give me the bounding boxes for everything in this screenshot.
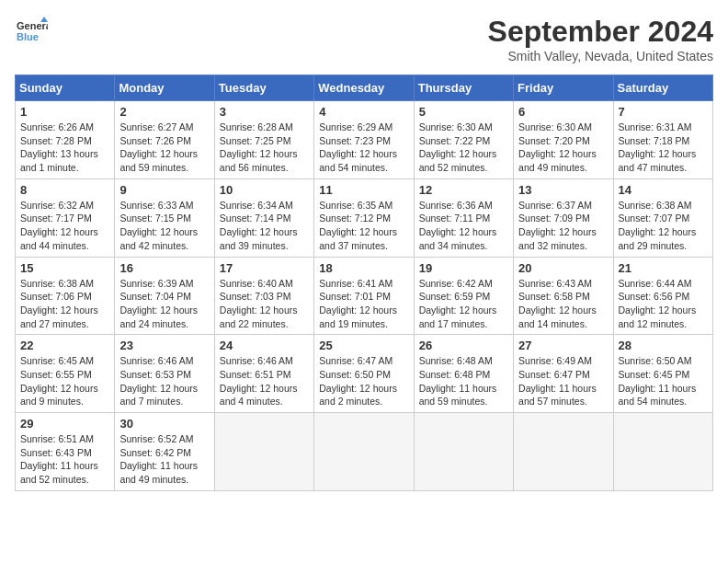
- day-detail: Sunrise: 6:52 AM Sunset: 6:42 PM Dayligh…: [119, 432, 209, 487]
- day-cell: 23Sunrise: 6:46 AM Sunset: 6:53 PM Dayli…: [115, 335, 214, 413]
- day-detail: Sunrise: 6:28 AM Sunset: 7:25 PM Dayligh…: [220, 121, 309, 175]
- day-detail: Sunrise: 6:45 AM Sunset: 6:55 PM Dayligh…: [20, 354, 109, 408]
- col-tuesday: Tuesday: [214, 75, 313, 101]
- day-detail: Sunrise: 6:30 AM Sunset: 7:20 PM Dayligh…: [518, 121, 608, 175]
- day-detail: Sunrise: 6:39 AM Sunset: 7:04 PM Dayligh…: [119, 277, 209, 331]
- day-detail: Sunrise: 6:40 AM Sunset: 7:03 PM Dayligh…: [220, 277, 309, 331]
- title-block: September 2024 Smith Valley, Nevada, Uni…: [488, 15, 713, 63]
- day-cell: 20Sunrise: 6:43 AM Sunset: 6:58 PM Dayli…: [514, 257, 613, 335]
- col-sunday: Sunday: [16, 75, 115, 101]
- day-number: 6: [518, 105, 608, 119]
- day-cell: 30Sunrise: 6:52 AM Sunset: 6:42 PM Dayli…: [115, 413, 214, 491]
- day-number: 27: [518, 339, 608, 352]
- day-cell: 26Sunrise: 6:48 AM Sunset: 6:48 PM Dayli…: [414, 335, 513, 413]
- day-cell: 1Sunrise: 6:26 AM Sunset: 7:28 PM Daylig…: [16, 101, 115, 179]
- day-detail: Sunrise: 6:38 AM Sunset: 7:07 PM Dayligh…: [619, 199, 708, 253]
- week-row: 29Sunrise: 6:51 AM Sunset: 6:43 PM Dayli…: [16, 413, 713, 491]
- day-cell: 17Sunrise: 6:40 AM Sunset: 7:03 PM Dayli…: [214, 257, 313, 335]
- day-number: 5: [419, 105, 508, 119]
- day-detail: Sunrise: 6:32 AM Sunset: 7:17 PM Dayligh…: [20, 199, 109, 253]
- day-number: 2: [119, 105, 209, 119]
- day-cell: 8Sunrise: 6:32 AM Sunset: 7:17 PM Daylig…: [16, 178, 115, 257]
- day-detail: Sunrise: 6:36 AM Sunset: 7:11 PM Dayligh…: [419, 199, 508, 253]
- day-cell: 12Sunrise: 6:36 AM Sunset: 7:11 PM Dayli…: [414, 178, 513, 257]
- day-cell: 11Sunrise: 6:35 AM Sunset: 7:12 PM Dayli…: [314, 178, 414, 257]
- week-row: 1Sunrise: 6:26 AM Sunset: 7:28 PM Daylig…: [16, 101, 713, 179]
- day-number: 3: [220, 105, 309, 119]
- day-cell: 4Sunrise: 6:29 AM Sunset: 7:23 PM Daylig…: [314, 101, 414, 179]
- day-cell: [613, 413, 712, 491]
- day-cell: 15Sunrise: 6:38 AM Sunset: 7:06 PM Dayli…: [16, 257, 115, 335]
- day-detail: Sunrise: 6:50 AM Sunset: 6:45 PM Dayligh…: [619, 354, 708, 408]
- day-number: 29: [20, 417, 109, 431]
- day-cell: 14Sunrise: 6:38 AM Sunset: 7:07 PM Dayli…: [613, 178, 712, 257]
- day-number: 10: [220, 183, 309, 197]
- day-number: 21: [619, 261, 708, 275]
- day-cell: 7Sunrise: 6:31 AM Sunset: 7:18 PM Daylig…: [613, 101, 712, 179]
- day-detail: Sunrise: 6:35 AM Sunset: 7:12 PM Dayligh…: [319, 199, 408, 253]
- day-detail: Sunrise: 6:30 AM Sunset: 7:22 PM Dayligh…: [419, 121, 508, 175]
- col-saturday: Saturday: [613, 75, 712, 101]
- day-number: 16: [119, 261, 209, 275]
- day-cell: [514, 413, 613, 491]
- page-header: General Blue September 2024 Smith Valley…: [15, 15, 713, 63]
- day-cell: 2Sunrise: 6:27 AM Sunset: 7:26 PM Daylig…: [115, 101, 214, 179]
- day-number: 12: [419, 183, 508, 197]
- day-cell: 28Sunrise: 6:50 AM Sunset: 6:45 PM Dayli…: [613, 335, 712, 413]
- day-cell: 19Sunrise: 6:42 AM Sunset: 6:59 PM Dayli…: [414, 257, 513, 335]
- day-number: 24: [220, 339, 309, 352]
- day-cell: 21Sunrise: 6:44 AM Sunset: 6:56 PM Dayli…: [613, 257, 712, 335]
- calendar-table: Sunday Monday Tuesday Wednesday Thursday…: [15, 75, 713, 491]
- day-number: 1: [20, 105, 109, 119]
- col-wednesday: Wednesday: [314, 75, 414, 101]
- day-detail: Sunrise: 6:37 AM Sunset: 7:09 PM Dayligh…: [518, 199, 608, 253]
- day-detail: Sunrise: 6:33 AM Sunset: 7:15 PM Dayligh…: [119, 199, 209, 253]
- day-detail: Sunrise: 6:27 AM Sunset: 7:26 PM Dayligh…: [119, 121, 209, 175]
- day-cell: 18Sunrise: 6:41 AM Sunset: 7:01 PM Dayli…: [314, 257, 414, 335]
- day-detail: Sunrise: 6:43 AM Sunset: 6:58 PM Dayligh…: [518, 277, 608, 331]
- logo: General Blue: [15, 15, 48, 48]
- day-number: 7: [619, 105, 708, 119]
- day-cell: 22Sunrise: 6:45 AM Sunset: 6:55 PM Dayli…: [16, 335, 115, 413]
- day-number: 8: [20, 183, 109, 197]
- day-number: 15: [20, 261, 109, 275]
- logo-icon: General Blue: [15, 15, 48, 48]
- day-number: 9: [119, 183, 209, 197]
- header-row: Sunday Monday Tuesday Wednesday Thursday…: [16, 75, 713, 101]
- day-number: 13: [518, 183, 608, 197]
- day-detail: Sunrise: 6:49 AM Sunset: 6:47 PM Dayligh…: [518, 354, 608, 408]
- day-number: 23: [119, 339, 209, 352]
- day-cell: [414, 413, 513, 491]
- day-cell: 27Sunrise: 6:49 AM Sunset: 6:47 PM Dayli…: [514, 335, 613, 413]
- col-friday: Friday: [514, 75, 613, 101]
- day-detail: Sunrise: 6:51 AM Sunset: 6:43 PM Dayligh…: [20, 432, 109, 487]
- col-monday: Monday: [115, 75, 214, 101]
- week-row: 15Sunrise: 6:38 AM Sunset: 7:06 PM Dayli…: [16, 257, 713, 335]
- day-detail: Sunrise: 6:42 AM Sunset: 6:59 PM Dayligh…: [419, 277, 508, 331]
- svg-marker-2: [40, 17, 48, 22]
- day-cell: 16Sunrise: 6:39 AM Sunset: 7:04 PM Dayli…: [115, 257, 214, 335]
- day-number: 11: [319, 183, 408, 197]
- col-thursday: Thursday: [414, 75, 513, 101]
- day-number: 26: [419, 339, 508, 352]
- day-detail: Sunrise: 6:38 AM Sunset: 7:06 PM Dayligh…: [20, 277, 109, 331]
- day-cell: 25Sunrise: 6:47 AM Sunset: 6:50 PM Dayli…: [314, 335, 414, 413]
- day-cell: 29Sunrise: 6:51 AM Sunset: 6:43 PM Dayli…: [16, 413, 115, 491]
- location: Smith Valley, Nevada, United States: [488, 49, 713, 63]
- day-number: 22: [20, 339, 109, 352]
- day-detail: Sunrise: 6:31 AM Sunset: 7:18 PM Dayligh…: [619, 121, 708, 175]
- day-number: 18: [319, 261, 408, 275]
- day-detail: Sunrise: 6:46 AM Sunset: 6:53 PM Dayligh…: [119, 354, 209, 408]
- day-detail: Sunrise: 6:34 AM Sunset: 7:14 PM Dayligh…: [220, 199, 309, 253]
- day-detail: Sunrise: 6:48 AM Sunset: 6:48 PM Dayligh…: [419, 354, 508, 408]
- day-detail: Sunrise: 6:47 AM Sunset: 6:50 PM Dayligh…: [319, 354, 408, 408]
- day-number: 19: [419, 261, 508, 275]
- day-cell: 3Sunrise: 6:28 AM Sunset: 7:25 PM Daylig…: [214, 101, 313, 179]
- day-cell: [214, 413, 313, 491]
- day-number: 30: [119, 417, 209, 431]
- day-detail: Sunrise: 6:29 AM Sunset: 7:23 PM Dayligh…: [319, 121, 408, 175]
- svg-text:Blue: Blue: [17, 31, 39, 42]
- day-cell: 10Sunrise: 6:34 AM Sunset: 7:14 PM Dayli…: [214, 178, 313, 257]
- day-cell: [314, 413, 414, 491]
- day-detail: Sunrise: 6:46 AM Sunset: 6:51 PM Dayligh…: [220, 354, 309, 408]
